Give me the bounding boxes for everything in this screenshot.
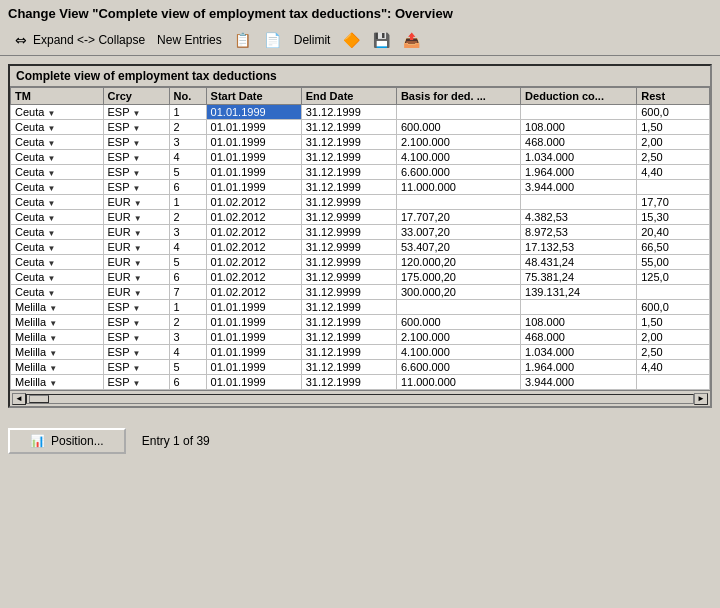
cell-tm[interactable]: Melilla ▼ — [11, 345, 104, 360]
cell-crcy[interactable]: ESP ▼ — [103, 135, 169, 150]
cell-end[interactable]: 31.12.9999 — [301, 240, 396, 255]
dropdown-arrow-icon[interactable]: ▼ — [132, 364, 140, 373]
cell-start[interactable]: 01.01.1999 — [206, 315, 301, 330]
cell-tm[interactable]: Ceuta ▼ — [11, 240, 104, 255]
dropdown-arrow-icon[interactable]: ▼ — [49, 379, 57, 388]
cell-no[interactable]: 5 — [169, 165, 206, 180]
cell-tm[interactable]: Melilla ▼ — [11, 300, 104, 315]
cell-deduction[interactable]: 3.944.000 — [521, 180, 637, 195]
cell-rest[interactable]: 17,70 — [637, 195, 710, 210]
table-row[interactable]: Ceuta ▼EUR ▼701.02.201231.12.9999300.000… — [11, 285, 710, 300]
dropdown-arrow-icon[interactable]: ▼ — [47, 169, 55, 178]
cell-basis[interactable]: 120.000,20 — [396, 255, 520, 270]
cell-rest[interactable]: 4,40 — [637, 360, 710, 375]
cell-no[interactable]: 1 — [169, 300, 206, 315]
cell-basis[interactable]: 53.407,20 — [396, 240, 520, 255]
cell-deduction[interactable]: 1.964.000 — [521, 165, 637, 180]
table-row[interactable]: Melilla ▼ESP ▼601.01.199931.12.199911.00… — [11, 375, 710, 390]
cell-basis[interactable]: 6.600.000 — [396, 360, 520, 375]
cell-end[interactable]: 31.12.9999 — [301, 225, 396, 240]
dropdown-arrow-icon[interactable]: ▼ — [134, 214, 142, 223]
cell-basis[interactable]: 4.100.000 — [396, 150, 520, 165]
dropdown-arrow-icon[interactable]: ▼ — [134, 274, 142, 283]
cell-no[interactable]: 2 — [169, 315, 206, 330]
cell-basis[interactable]: 4.100.000 — [396, 345, 520, 360]
table-row[interactable]: Melilla ▼ESP ▼401.01.199931.12.19994.100… — [11, 345, 710, 360]
cell-deduction[interactable]: 8.972,53 — [521, 225, 637, 240]
scroll-left-btn[interactable]: ◄ — [12, 393, 26, 405]
cell-basis[interactable]: 300.000,20 — [396, 285, 520, 300]
cell-start[interactable]: 01.01.1999 — [206, 105, 301, 120]
table-row[interactable]: Melilla ▼ESP ▼101.01.199931.12.1999600,0 — [11, 300, 710, 315]
dropdown-arrow-icon[interactable]: ▼ — [49, 364, 57, 373]
export-icon-btn[interactable]: 📤 — [398, 29, 424, 51]
cell-end[interactable]: 31.12.1999 — [301, 300, 396, 315]
cell-tm[interactable]: Ceuta ▼ — [11, 195, 104, 210]
cell-basis[interactable] — [396, 195, 520, 210]
cell-basis[interactable]: 2.100.000 — [396, 330, 520, 345]
cell-no[interactable]: 4 — [169, 240, 206, 255]
cell-end[interactable]: 31.12.1999 — [301, 165, 396, 180]
cell-no[interactable]: 5 — [169, 360, 206, 375]
cell-tm[interactable]: Ceuta ▼ — [11, 225, 104, 240]
cell-start[interactable]: 01.02.2012 — [206, 285, 301, 300]
cell-tm[interactable]: Ceuta ▼ — [11, 270, 104, 285]
cell-crcy[interactable]: ESP ▼ — [103, 120, 169, 135]
dropdown-arrow-icon[interactable]: ▼ — [132, 379, 140, 388]
dropdown-arrow-icon[interactable]: ▼ — [132, 154, 140, 163]
cell-no[interactable]: 6 — [169, 270, 206, 285]
cell-end[interactable]: 31.12.9999 — [301, 285, 396, 300]
cell-rest[interactable]: 2,00 — [637, 330, 710, 345]
dropdown-arrow-icon[interactable]: ▼ — [47, 289, 55, 298]
table-row[interactable]: Ceuta ▼ESP ▼301.01.199931.12.19992.100.0… — [11, 135, 710, 150]
cell-no[interactable]: 6 — [169, 180, 206, 195]
dropdown-arrow-icon[interactable]: ▼ — [132, 319, 140, 328]
cell-basis[interactable] — [396, 105, 520, 120]
dropdown-arrow-icon[interactable]: ▼ — [49, 334, 57, 343]
cell-rest[interactable]: 1,50 — [637, 315, 710, 330]
cell-deduction[interactable]: 1.034.000 — [521, 345, 637, 360]
cell-rest[interactable]: 600,0 — [637, 105, 710, 120]
cell-no[interactable]: 4 — [169, 150, 206, 165]
cell-crcy[interactable]: ESP ▼ — [103, 345, 169, 360]
dropdown-arrow-icon[interactable]: ▼ — [132, 304, 140, 313]
cell-end[interactable]: 31.12.9999 — [301, 195, 396, 210]
cell-start[interactable]: 01.02.2012 — [206, 225, 301, 240]
table-row[interactable]: Melilla ▼ESP ▼201.01.199931.12.1999600.0… — [11, 315, 710, 330]
cell-basis[interactable]: 11.000.000 — [396, 180, 520, 195]
cell-start[interactable]: 01.02.2012 — [206, 270, 301, 285]
cell-end[interactable]: 31.12.1999 — [301, 150, 396, 165]
dropdown-arrow-icon[interactable]: ▼ — [49, 319, 57, 328]
cell-basis[interactable]: 600.000 — [396, 315, 520, 330]
cell-end[interactable]: 31.12.1999 — [301, 180, 396, 195]
cell-deduction[interactable]: 75.381,24 — [521, 270, 637, 285]
cell-no[interactable]: 3 — [169, 135, 206, 150]
cell-deduction[interactable]: 4.382,53 — [521, 210, 637, 225]
cell-deduction[interactable] — [521, 300, 637, 315]
cell-rest[interactable]: 2,50 — [637, 345, 710, 360]
cell-no[interactable]: 2 — [169, 210, 206, 225]
cell-start[interactable]: 01.01.1999 — [206, 375, 301, 390]
cell-start[interactable]: 01.01.1999 — [206, 300, 301, 315]
cell-deduction[interactable]: 108.000 — [521, 120, 637, 135]
cell-rest[interactable]: 2,50 — [637, 150, 710, 165]
scroll-right-btn[interactable]: ► — [694, 393, 708, 405]
cell-deduction[interactable] — [521, 195, 637, 210]
cell-rest[interactable] — [637, 375, 710, 390]
cell-basis[interactable] — [396, 300, 520, 315]
cell-no[interactable]: 1 — [169, 105, 206, 120]
cell-tm[interactable]: Ceuta ▼ — [11, 210, 104, 225]
cell-basis[interactable]: 600.000 — [396, 120, 520, 135]
cell-rest[interactable]: 2,00 — [637, 135, 710, 150]
dropdown-arrow-icon[interactable]: ▼ — [47, 154, 55, 163]
table-row[interactable]: Ceuta ▼ESP ▼401.01.199931.12.19994.100.0… — [11, 150, 710, 165]
dropdown-arrow-icon[interactable]: ▼ — [132, 184, 140, 193]
cell-crcy[interactable]: EUR ▼ — [103, 270, 169, 285]
table-row[interactable]: Ceuta ▼EUR ▼401.02.201231.12.999953.407,… — [11, 240, 710, 255]
dropdown-arrow-icon[interactable]: ▼ — [49, 349, 57, 358]
cell-rest[interactable]: 20,40 — [637, 225, 710, 240]
cell-no[interactable]: 6 — [169, 375, 206, 390]
delimit-button[interactable]: Delimit — [290, 31, 335, 49]
cell-end[interactable]: 31.12.1999 — [301, 375, 396, 390]
cell-no[interactable]: 5 — [169, 255, 206, 270]
